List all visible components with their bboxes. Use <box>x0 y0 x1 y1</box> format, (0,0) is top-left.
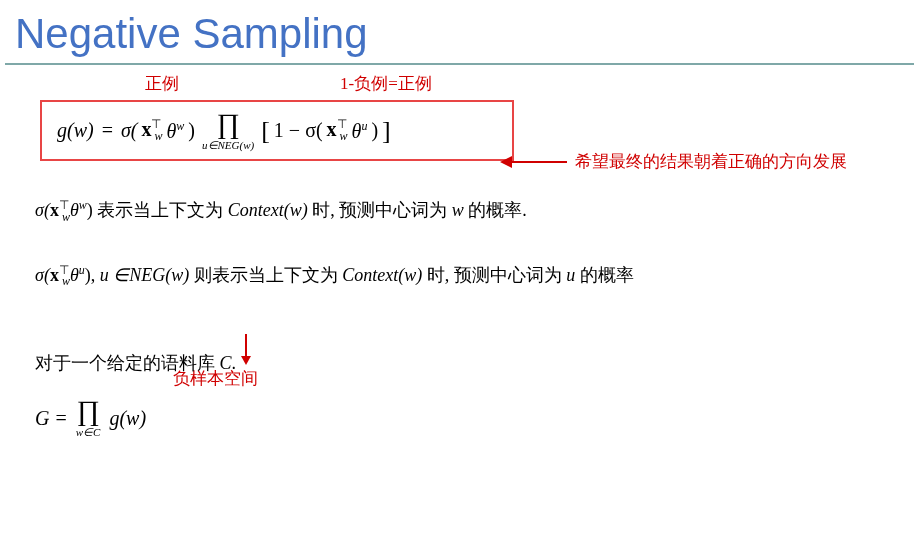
formula-gw: g(w) = σ( x⊤w θw ) ∏ u∈NEG(w) [ 1 − σ( x… <box>57 110 497 151</box>
slide-title: Negative Sampling <box>0 0 919 63</box>
eq: = <box>102 119 113 142</box>
formula-G: G = ∏ w∈C g(w) <box>35 397 899 438</box>
theta-1: θw <box>167 119 185 143</box>
text-line-1: σ(x⊤wθw) 表示当上下文为 Context(w) 时, 预测中心词为 w … <box>35 196 899 226</box>
x-term-1: x⊤w <box>141 117 162 145</box>
theta-2: θu <box>352 119 368 143</box>
arrow-hope: 希望最终的结果朝着正确的方向发展 <box>500 150 847 173</box>
formula-box: g(w) = σ( x⊤w θw ) ∏ u∈NEG(w) [ 1 − σ( x… <box>40 100 514 161</box>
arrow-line <box>512 161 567 163</box>
bracket-open: [ <box>261 116 270 146</box>
arrow-head-icon <box>500 156 512 168</box>
close-2: ) <box>371 119 378 142</box>
product-block: ∏ u∈NEG(w) <box>202 110 254 151</box>
annot-positive: 正例 <box>145 72 179 95</box>
lhs: g(w) <box>57 119 94 142</box>
one-minus: 1 − σ( <box>274 119 323 142</box>
title-underline <box>5 63 914 65</box>
text-line-3: 对于一个给定的语料库 C. <box>35 350 899 377</box>
x-term-2: x⊤w <box>327 117 348 145</box>
product-block-2: ∏ w∈C <box>76 397 101 438</box>
bracket-close: ] <box>382 116 391 146</box>
sigma-open-1: σ( <box>121 119 138 142</box>
annot-hope: 希望最终的结果朝着正确的方向发展 <box>575 150 847 173</box>
close-1: ) <box>188 119 195 142</box>
text-line-2: σ(x⊤wθu), u ∈NEG(w) 则表示当上下文为 Context(w) … <box>35 261 899 291</box>
annot-one-minus-neg: 1-负例=正例 <box>340 72 432 95</box>
